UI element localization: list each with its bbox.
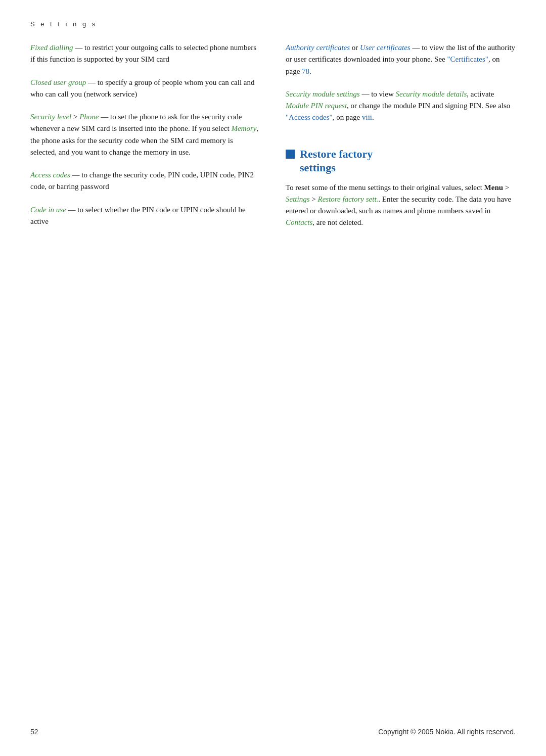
- sec-mod-body3: , or change the module PIN and signing P…: [347, 102, 510, 110]
- restore-body-end: , are not deleted.: [312, 218, 363, 226]
- page-ref-78[interactable]: 78: [302, 67, 309, 75]
- restore-factory-link: Restore factory sett.: [317, 195, 378, 203]
- entry-fixed-dialling: Fixed dialling — to restrict your outgoi…: [30, 42, 260, 66]
- entry-security-module-settings: Security module settings — to view Secur…: [286, 88, 516, 124]
- link-certificates[interactable]: "Certificates": [447, 55, 488, 63]
- section-square-icon: [286, 150, 295, 159]
- contacts-link: Contacts: [286, 218, 312, 226]
- left-column: Fixed dialling — to restrict your outgoi…: [30, 42, 260, 239]
- term-phone: Phone: [79, 113, 99, 121]
- entry-security-level: Security level > Phone — to set the phon…: [30, 111, 260, 158]
- settings-link: Settings: [286, 195, 310, 203]
- entry-authority-certificates: Authority certificates or User certifica…: [286, 42, 516, 77]
- term-user-certificates[interactable]: User certificates: [360, 43, 411, 52]
- restore-factory-title: Restore factory settings: [300, 147, 373, 175]
- sec-mod-body4: , on page: [333, 113, 362, 121]
- menu-bold: Menu: [484, 183, 504, 192]
- page: S e t t i n g s Fixed dialling — to rest…: [0, 0, 546, 756]
- sec-mod-body2: , activate: [467, 90, 494, 98]
- term-security-module-settings: Security module settings: [286, 90, 360, 98]
- restore-factory-section-heading: Restore factory settings: [286, 147, 516, 175]
- security-level-sep: >: [71, 113, 79, 121]
- term-module-pin-request: Module PIN request: [286, 102, 347, 110]
- term-security-level: Security level: [30, 113, 71, 121]
- term-authority-certificates[interactable]: Authority certificates: [286, 43, 350, 52]
- page-footer: 52 Copyright © 2005 Nokia. All rights re…: [0, 728, 546, 736]
- term-code-in-use: Code in use: [30, 206, 66, 214]
- sec-mod-body: — to view: [360, 90, 396, 98]
- page-number: 52: [30, 728, 38, 736]
- two-column-layout: Fixed dialling — to restrict your outgoi…: [30, 42, 516, 239]
- page-ref-viii[interactable]: viii: [362, 113, 372, 121]
- page-header: S e t t i n g s: [30, 20, 516, 28]
- term-memory: Memory: [231, 124, 256, 132]
- term-closed-user-group: Closed user group: [30, 78, 86, 86]
- restore-factory-body: To reset some of the menu settings to th…: [286, 182, 516, 229]
- link-access-codes[interactable]: "Access codes": [286, 113, 333, 121]
- term-security-module-details: Security module details: [395, 90, 467, 98]
- entry-access-codes: Access codes — to change the security co…: [30, 169, 260, 193]
- entry-closed-user-group: Closed user group — to specify a group o…: [30, 77, 260, 101]
- footer-copyright: Copyright © 2005 Nokia. All rights reser…: [378, 728, 516, 736]
- term-fixed-dialling: Fixed dialling: [30, 43, 73, 52]
- term-access-codes: Access codes: [30, 171, 70, 179]
- right-column: Authority certificates or User certifica…: [286, 42, 516, 239]
- entry-code-in-use: Code in use — to select whether the PIN …: [30, 204, 260, 228]
